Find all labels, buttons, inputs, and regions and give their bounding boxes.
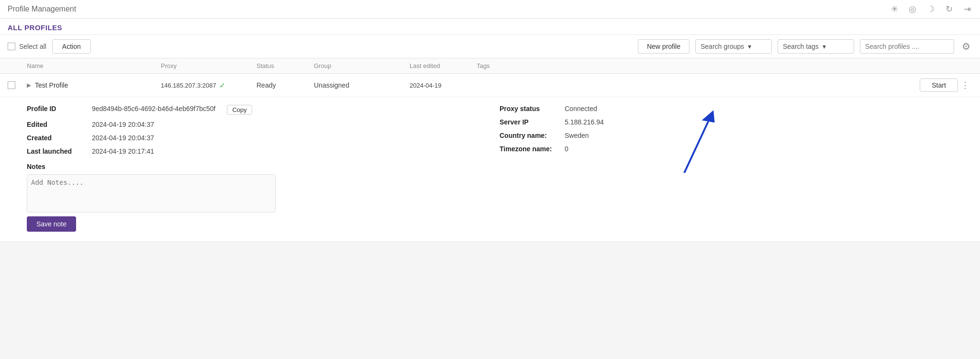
select-all-area: Select all: [8, 43, 46, 50]
header-icons: ✳ ◎ ☽ ↻ ⇥: [889, 4, 972, 14]
telegram-icon[interactable]: ◎: [907, 4, 918, 14]
notes-textarea[interactable]: [27, 174, 276, 213]
created-label: Created: [27, 134, 84, 142]
last-launched-value: 2024-04-19 20:17:41: [92, 147, 154, 155]
profile-row-container: ▶ Test Profile 146.185.207.3:2087 ✓ Read…: [0, 74, 980, 242]
country-name-row: Country name: Sweden: [500, 132, 953, 139]
row-name-cell: ▶ Test Profile: [27, 81, 161, 89]
proxy-value: 146.185.207.3:2087: [161, 82, 216, 89]
toolbar: Select all Action New profile Search gro…: [0, 35, 980, 58]
app-title: Profile Management: [8, 5, 76, 13]
search-groups-label: Search groups: [701, 43, 744, 50]
col-status: Status: [256, 62, 314, 69]
moon-icon[interactable]: ☽: [925, 4, 936, 14]
last-launched-row: Last launched 2024-04-19 20:17:41: [27, 147, 480, 155]
timezone-name-value: 0: [565, 145, 568, 153]
group-cell: Unassigned: [314, 81, 410, 89]
status-cell: Ready: [256, 81, 314, 89]
profile-id-label: Profile ID: [27, 105, 84, 112]
detail-left-section: Profile ID 9ed8494b-85c6-4692-b46d-4eb69…: [27, 105, 480, 232]
notes-section: Notes Save note: [27, 163, 480, 232]
chevron-down-icon: ▾: [823, 43, 826, 50]
edited-label: Edited: [27, 121, 84, 128]
proxy-ok-icon: ✓: [219, 81, 225, 90]
select-all-label: Select all: [19, 43, 46, 50]
recycle-icon[interactable]: ✳: [889, 4, 900, 14]
proxy-status-value: Connected: [565, 105, 597, 112]
table-row: ▶ Test Profile 146.185.207.3:2087 ✓ Read…: [0, 74, 980, 97]
chevron-down-icon: ▾: [748, 43, 751, 50]
server-ip-row: Server IP 5.188.216.94: [500, 118, 953, 126]
expanded-detail: Profile ID 9ed8494b-85c6-4692-b46d-4eb69…: [0, 97, 980, 241]
created-row: Created 2024-04-19 20:04:37: [27, 134, 480, 142]
col-action: [920, 62, 958, 69]
app-header: Profile Management ✳ ◎ ☽ ↻ ⇥: [0, 0, 980, 19]
select-all-checkbox[interactable]: [8, 43, 15, 50]
proxy-status-label: Proxy status: [500, 105, 557, 112]
search-groups-dropdown[interactable]: Search groups ▾: [695, 39, 772, 54]
col-group: Group: [314, 62, 410, 69]
edited-value: 2024-04-19 20:04:37: [92, 121, 154, 128]
proxy-status-row: Proxy status Connected: [500, 105, 953, 112]
logout-icon[interactable]: ⇥: [962, 4, 972, 14]
last-launched-label: Last launched: [27, 147, 84, 155]
page-title: ALL PROFILES: [0, 19, 980, 35]
start-button[interactable]: Start: [920, 79, 958, 92]
search-tags-label: Search tags: [783, 43, 819, 50]
col-tags: Tags: [477, 62, 920, 69]
settings-gear-button[interactable]: ⚙: [960, 39, 972, 54]
col-name: Name: [27, 62, 161, 69]
col-proxy: Proxy: [161, 62, 256, 69]
profile-id-value: 9ed8494b-85c6-4692-b46d-4eb69f7bc50f: [92, 105, 215, 112]
notes-label: Notes: [27, 163, 480, 170]
expand-arrow-icon[interactable]: ▶: [27, 82, 31, 89]
refresh-icon[interactable]: ↻: [944, 4, 954, 14]
save-note-button[interactable]: Save note: [27, 216, 76, 232]
profile-id-row: Profile ID 9ed8494b-85c6-4692-b46d-4eb69…: [27, 105, 480, 115]
search-tags-dropdown[interactable]: Search tags ▾: [778, 39, 854, 54]
col-last-edited: Last edited: [410, 62, 477, 69]
profile-name: Test Profile: [35, 81, 68, 89]
col-checkbox: [8, 62, 27, 69]
new-profile-button[interactable]: New profile: [638, 39, 690, 54]
col-more: [958, 62, 972, 69]
timezone-name-row: Timezone name: 0: [500, 145, 953, 153]
server-ip-value: 5.188.216.94: [565, 118, 604, 126]
country-name-label: Country name:: [500, 132, 557, 139]
last-edited-cell: 2024-04-19: [410, 82, 477, 89]
search-profiles-input[interactable]: [860, 39, 954, 54]
main-content: Name Proxy Status Group Last edited Tags…: [0, 58, 980, 242]
more-options-button[interactable]: ⋮: [958, 80, 972, 90]
table-header: Name Proxy Status Group Last edited Tags: [0, 58, 980, 74]
timezone-name-label: Timezone name:: [500, 145, 557, 153]
country-name-value: Sweden: [565, 132, 589, 139]
action-button[interactable]: Action: [52, 39, 91, 54]
server-ip-label: Server IP: [500, 118, 557, 126]
proxy-cell: 146.185.207.3:2087 ✓: [161, 81, 256, 90]
row-checkbox[interactable]: [8, 81, 15, 89]
edited-row: Edited 2024-04-19 20:04:37: [27, 121, 480, 128]
detail-right-section: Proxy status Connected Server IP 5.188.2…: [500, 105, 953, 232]
created-value: 2024-04-19 20:04:37: [92, 134, 154, 142]
copy-button[interactable]: Copy: [227, 105, 252, 115]
